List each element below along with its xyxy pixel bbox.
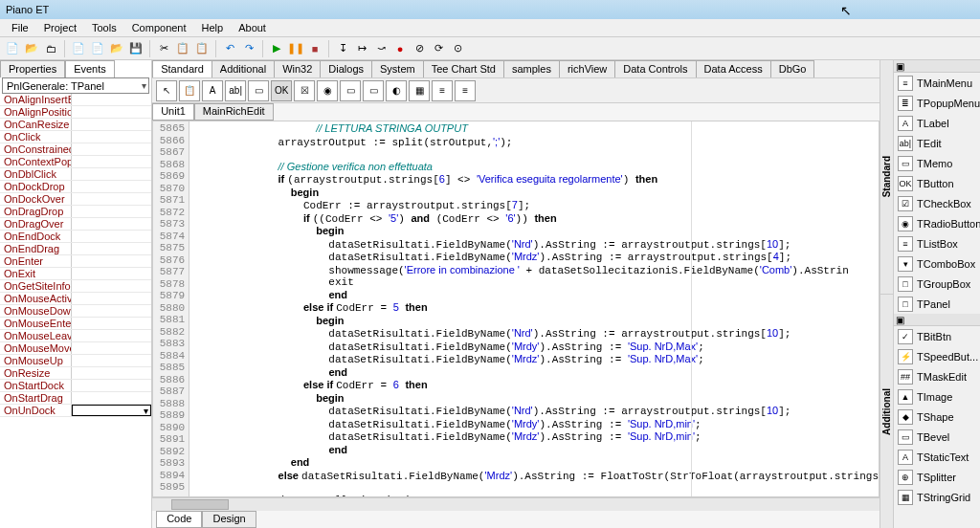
mode-tab-code[interactable]: Code [156, 511, 202, 528]
paste-icon[interactable]: 📋 [193, 40, 211, 57]
step3-icon[interactable]: ⤻ [372, 40, 390, 57]
comp-icon[interactable]: ▦ [409, 80, 430, 101]
menu-about[interactable]: About [231, 20, 274, 35]
event-value[interactable] [72, 305, 151, 317]
palette-item[interactable]: ≡TMainMenu [894, 73, 980, 93]
event-value[interactable] [72, 342, 151, 354]
comp-icon[interactable]: OK [271, 80, 292, 101]
dbg3-icon[interactable]: ⊙ [449, 40, 466, 57]
event-value[interactable] [72, 168, 151, 180]
palette-item[interactable]: ◉TRadioButton [894, 213, 980, 233]
properties-tab[interactable]: Properties [0, 60, 65, 77]
event-value[interactable] [72, 392, 151, 404]
event-row[interactable]: OnClick [0, 131, 151, 143]
event-row[interactable]: OnMouseEnter [0, 318, 151, 330]
event-value[interactable] [72, 380, 151, 391]
event-row[interactable]: OnAlignInsertB... [0, 94, 151, 106]
new-icon[interactable]: 📄 [4, 40, 21, 57]
copy-icon[interactable]: 📋 [174, 40, 191, 57]
event-value[interactable] [72, 193, 151, 205]
event-row[interactable]: OnUnDock [0, 405, 151, 417]
event-value[interactable] [72, 405, 151, 416]
event-row[interactable]: OnGetSiteInfo [0, 280, 151, 293]
step-icon[interactable]: ↧ [334, 40, 351, 57]
hscrollbar[interactable] [152, 497, 880, 511]
event-value[interactable] [72, 181, 151, 192]
comp-icon[interactable]: ▭ [363, 80, 384, 101]
menu-help[interactable]: Help [194, 20, 232, 35]
event-row[interactable]: OnMouseDown [0, 305, 151, 318]
mode-tab-design[interactable]: Design [202, 511, 256, 528]
event-row[interactable]: OnMouseLeave [0, 330, 151, 342]
event-value[interactable] [72, 119, 151, 130]
palette-item[interactable]: ▭TBevel [894, 427, 980, 447]
comp-icon[interactable]: ☒ [294, 80, 315, 101]
folder-icon[interactable]: 🗀 [42, 40, 59, 57]
event-value[interactable] [72, 106, 151, 118]
file2-icon[interactable]: 📄 [89, 40, 106, 57]
run-icon[interactable]: ▶ [268, 40, 285, 57]
cut-icon[interactable]: ✂ [155, 40, 172, 57]
event-value[interactable] [72, 255, 151, 267]
group-additional[interactable]: Additional [881, 385, 892, 438]
dbg2-icon[interactable]: ⟳ [430, 40, 447, 57]
palette-item[interactable]: ☑TCheckBox [894, 193, 980, 213]
event-row[interactable]: OnDockOver [0, 193, 151, 206]
event-row[interactable]: OnMouseUp [0, 355, 151, 367]
comp-icon[interactable]: ◐ [386, 80, 407, 101]
event-value[interactable] [72, 143, 151, 155]
palette-item[interactable]: □TPanel [894, 294, 980, 314]
event-value[interactable] [72, 243, 151, 254]
event-value[interactable] [72, 330, 151, 341]
palette-item[interactable]: ⊕TSplitter [894, 467, 980, 487]
palette-item[interactable]: ▲TImage [894, 386, 980, 407]
palette-item[interactable]: □TGroupBox [894, 274, 980, 294]
palette-item[interactable]: ✓TBitBtn [894, 326, 980, 346]
event-value[interactable] [72, 156, 151, 167]
palette-item[interactable]: ≡TListBox [894, 233, 980, 253]
palette-item[interactable]: ⚡TSpeedBut... [894, 346, 980, 366]
step2-icon[interactable]: ↦ [353, 40, 370, 57]
event-value[interactable] [72, 280, 151, 292]
comp-icon[interactable]: A [202, 80, 223, 101]
event-row[interactable]: OnEndDrag [0, 243, 151, 255]
palette-item[interactable]: ATLabel [894, 113, 980, 133]
event-value[interactable] [72, 367, 151, 379]
palette-category[interactable]: ▣ [894, 60, 980, 73]
unit-tab-unit1[interactable]: Unit1 [152, 103, 194, 121]
event-row[interactable]: OnDragDrop [0, 206, 151, 218]
unit-tab-mainrichedit[interactable]: MainRichEdit [194, 103, 274, 121]
events-tab[interactable]: Events [65, 60, 115, 77]
event-value[interactable] [72, 94, 151, 105]
palette-category[interactable]: ▣ [894, 314, 980, 326]
open-icon[interactable]: 📂 [23, 40, 40, 57]
event-value[interactable] [72, 206, 151, 217]
event-value[interactable] [72, 131, 151, 143]
comp-icon[interactable]: ab| [225, 80, 246, 101]
menu-file[interactable]: File [4, 20, 36, 35]
dbg1-icon[interactable]: ⊘ [411, 40, 428, 57]
comp-tab-dialogs[interactable]: Dialogs [320, 60, 372, 77]
comp-icon[interactable]: ▭ [340, 80, 361, 101]
save-icon[interactable]: 💾 [127, 40, 145, 57]
event-value[interactable] [72, 293, 151, 304]
comp-tab-win32[interactable]: Win32 [274, 60, 321, 77]
group-standard[interactable]: Standard [881, 153, 892, 200]
comp-icon[interactable]: 📋 [179, 80, 200, 101]
event-row[interactable]: OnEnter [0, 255, 151, 268]
undo-icon[interactable]: ↶ [221, 40, 238, 57]
event-row[interactable]: OnConstrained... [0, 143, 151, 156]
comp-icon[interactable]: ◉ [317, 80, 338, 101]
palette-item[interactable]: ##TMaskEdit [894, 366, 980, 386]
palette-item[interactable]: ▦TStringGrid [894, 487, 980, 507]
comp-icon[interactable]: ≡ [432, 80, 453, 101]
event-row[interactable]: OnDockDrop [0, 181, 151, 193]
menu-tools[interactable]: Tools [84, 20, 124, 35]
event-row[interactable]: OnAlignPosition [0, 106, 151, 119]
palette-item[interactable]: ab|TEdit [894, 133, 980, 153]
stop-icon[interactable]: ■ [306, 40, 323, 57]
object-selector[interactable]: PnlGenerale: TPanel [2, 77, 149, 94]
event-row[interactable]: OnStartDock [0, 380, 151, 392]
comp-icon[interactable]: ▭ [248, 80, 269, 101]
comp-tab-samples[interactable]: samples [503, 60, 560, 77]
